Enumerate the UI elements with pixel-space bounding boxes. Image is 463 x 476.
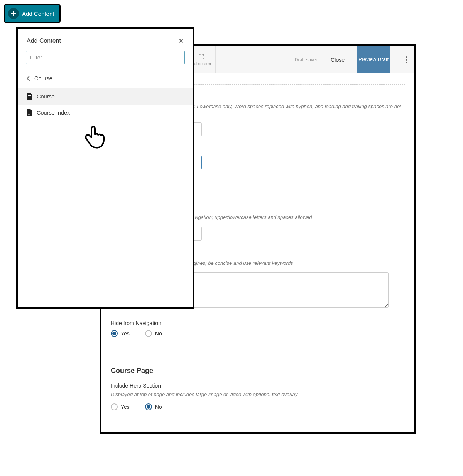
sidebar-item-label: Course Index — [37, 110, 70, 116]
hero-no[interactable]: No — [145, 403, 162, 410]
radio-icon — [145, 403, 152, 410]
field-hide-nav: Hide from Navigation Yes No — [111, 320, 405, 337]
chevron-left-icon — [27, 76, 32, 81]
hero-yes[interactable]: Yes — [111, 403, 130, 410]
svg-rect-7 — [28, 114, 30, 115]
field-hero: Include Hero Section Displayed at top of… — [111, 383, 405, 410]
sidebar-item-label: Course — [37, 93, 55, 100]
radio-label: Yes — [121, 404, 130, 410]
add-content-button[interactable]: Add Content — [4, 4, 61, 23]
section-heading-course-page: Course Page — [111, 367, 405, 375]
sidebar-item-course-index[interactable]: Course Index — [18, 105, 193, 121]
svg-rect-5 — [28, 112, 31, 112]
close-button[interactable]: Close — [326, 57, 349, 63]
radio-label: No — [155, 330, 162, 337]
radio-icon — [111, 330, 118, 337]
hide-nav-yes[interactable]: Yes — [111, 330, 130, 337]
close-icon[interactable]: ✕ — [178, 37, 184, 45]
fullscreen-icon — [198, 53, 205, 60]
svg-rect-4 — [28, 98, 30, 98]
hero-label: Include Hero Section — [111, 383, 405, 389]
nav-back-label: Course — [34, 75, 52, 81]
hide-nav-label: Hide from Navigation — [111, 320, 405, 326]
radio-label: Yes — [121, 330, 130, 337]
hero-help: Displayed at top of page and includes la… — [111, 391, 405, 398]
radio-icon — [111, 403, 118, 410]
more-menu-button[interactable] — [398, 46, 414, 73]
divider — [111, 356, 405, 356]
svg-rect-6 — [28, 113, 31, 113]
plus-icon — [8, 8, 19, 19]
svg-rect-3 — [28, 97, 31, 97]
nav-back[interactable]: Course — [18, 73, 193, 84]
draft-saved-status: Draft saved — [295, 57, 318, 63]
page-icon — [27, 109, 33, 116]
preview-draft-button[interactable]: Preview Draft — [357, 46, 390, 73]
svg-rect-2 — [28, 95, 31, 96]
hide-nav-no[interactable]: No — [145, 330, 162, 337]
sidebar-item-course[interactable]: Course — [18, 88, 193, 105]
dots-vertical-icon — [406, 56, 407, 63]
page-icon — [27, 93, 33, 100]
cursor-hand-icon — [84, 125, 105, 150]
radio-icon — [145, 330, 152, 337]
filter-input[interactable] — [26, 51, 185, 64]
radio-label: No — [155, 404, 162, 410]
add-content-panel: Add Content ✕ Course Course Course Index — [16, 27, 194, 309]
add-content-label: Add Content — [22, 10, 54, 17]
panel-title: Add Content — [27, 37, 61, 44]
